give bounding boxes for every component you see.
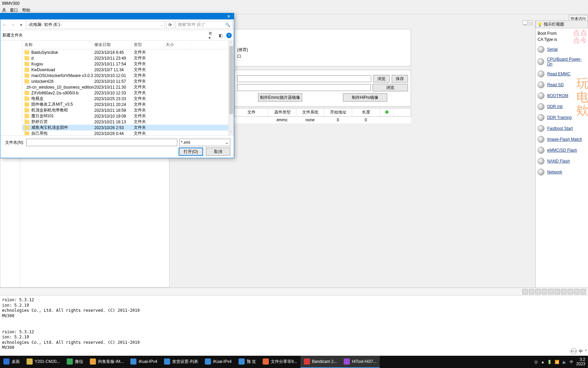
indicator-link[interactable]: Network <box>547 170 562 174</box>
file-row[interactable]: 固件修改工具MIT_v3.52023/10/11 20:24文件夹 <box>22 102 228 107</box>
toolbar-icon[interactable] <box>555 289 560 294</box>
indicator-link[interactable]: eMMC/SD Flash <box>547 148 577 153</box>
new-folder-button[interactable]: 新建文件夹 <box>2 32 23 38</box>
indicator-link[interactable]: BOOTROM <box>547 93 568 98</box>
system-tray[interactable]: ㉆ ▲ 🔋 📶 🔈 中 3:2 2023 <box>532 357 588 366</box>
file-row[interactable]: 自己用包2023/10/26 0:44文件夹 <box>22 131 228 135</box>
refresh-button[interactable]: ⟳ <box>166 21 174 29</box>
browse-button[interactable]: 浏览 <box>373 84 408 91</box>
indicator-link[interactable]: Read SD <box>547 82 564 87</box>
toolbar-icon[interactable] <box>581 289 586 294</box>
file-row[interactable]: KwDownload2023/10/7 11:34文件夹 <box>22 67 228 73</box>
taskbar-item[interactable]: 发货设置-列表 <box>161 356 201 368</box>
toolbar-icon[interactable] <box>568 289 573 294</box>
file-row[interactable]: unlocker4262023/10/10 11:57文件夹 <box>22 78 228 84</box>
file-row[interactable]: d2023/10/11 23:49文件夹 <box>22 55 228 61</box>
indicator-link[interactable]: NAND Flash <box>547 159 570 164</box>
menu-item[interactable]: 具 <box>2 8 6 13</box>
chevron-down-icon[interactable]: ⌄ <box>160 23 163 27</box>
tray-icon[interactable]: 📶 <box>555 360 559 364</box>
open-button[interactable]: 打开(O) <box>179 148 203 156</box>
recent-button[interactable]: ▾ <box>18 21 24 29</box>
taskbar-item[interactable]: 文件分享等9... <box>259 356 300 368</box>
indicator-link[interactable]: Fastboot Start <box>547 126 573 131</box>
scrollbar[interactable]: ˄ ˅ <box>228 41 234 135</box>
make-emmc-button[interactable]: 制作Emmc烧片器镜像 <box>258 93 302 102</box>
file-list[interactable]: BaiduSyncdisk2023/10/18 8:45文件夹d2023/10/… <box>22 49 228 135</box>
toolbar-icon[interactable] <box>522 289 528 294</box>
taskbar-item[interactable]: iKuai-IPv4 <box>201 356 235 368</box>
breadcrumb[interactable]: › 此电脑 › 软件 (E:) › ⌄ <box>26 21 165 29</box>
path-input[interactable] <box>237 84 371 91</box>
file-row[interactable]: 机顶盒刷机包带教程2023/10/21 18:59文件夹 <box>22 107 228 113</box>
file-row[interactable]: 舒婷百货2023/10/21 18:13文件夹 <box>22 119 228 125</box>
file-row[interactable]: Kugou2023/10/11 17:54文件夹 <box>22 61 228 67</box>
taskbar-item[interactable]: 闲鱼客服-IM... <box>86 356 127 368</box>
filename-input[interactable] <box>26 139 177 146</box>
maximize-icon[interactable]: □ <box>528 20 533 25</box>
tray-icon[interactable]: 🔋 <box>547 360 552 364</box>
sort-asc-icon[interactable]: ˄ <box>89 41 91 45</box>
col-date[interactable]: 修改日期 <box>92 41 132 49</box>
indicator-link[interactable]: Image-Flash Match <box>547 137 582 142</box>
help-icon[interactable]: ? <box>226 33 232 38</box>
plus-icon[interactable]: ✚ <box>385 109 389 115</box>
browse-button[interactable]: 浏览 <box>373 75 390 82</box>
col-add[interactable]: ✚ <box>380 108 394 116</box>
dialog-titlebar[interactable]: ✕ <box>0 13 234 19</box>
ime-lang[interactable]: 中 <box>579 349 583 354</box>
col-size[interactable]: 大小 <box>164 41 191 49</box>
search-input[interactable]: 搜索"软件 (E:)" 🔍 <box>176 21 233 29</box>
tray-icon[interactable]: 🔈 <box>562 360 567 364</box>
taskbar-item[interactable]: 预 览 <box>235 356 259 368</box>
file-row[interactable]: 电视盒2023/10/25 23:33文件夹 <box>22 96 228 102</box>
indicator-link[interactable]: DDR Training <box>547 115 572 120</box>
filetype-select[interactable]: *.xml⌄ <box>179 139 230 146</box>
make-hipro-button[interactable]: 制作HiPro镜像 <box>343 93 387 102</box>
breadcrumb-item[interactable]: 软件 (E:) <box>44 22 60 28</box>
search-icon[interactable]: 🔍 <box>225 22 230 27</box>
taskbar-item[interactable]: Bandicam 2... <box>300 356 340 368</box>
scroll-down-icon[interactable]: ˅ <box>229 130 234 135</box>
toolbar-icon[interactable] <box>548 289 554 294</box>
indicator-link[interactable]: DDR Init <box>547 104 562 109</box>
taskbar-item[interactable]: iKuai-IPv4 <box>127 356 161 368</box>
up-button[interactable]: ↑ <box>10 21 16 29</box>
path-input[interactable] <box>237 75 371 82</box>
indicator-link[interactable]: CPU/Board Power-On <box>547 57 586 66</box>
scroll-thumb[interactable] <box>229 46 233 114</box>
save-button[interactable]: 保存 <box>392 75 408 82</box>
view-list-icon[interactable]: ≣ ▾ <box>209 32 215 39</box>
preview-pane-icon[interactable]: ◧ <box>217 32 224 39</box>
minimize-icon[interactable]: _ <box>523 20 527 25</box>
file-row[interactable]: zh-cn_windows_10_business_editions_...20… <box>22 84 228 90</box>
file-row[interactable]: ZXVb860av2.1ts-s905l3-b2023/10/10 12:33文… <box>22 90 228 96</box>
col-type[interactable]: 类型 <box>132 41 164 49</box>
scroll-up-icon[interactable]: ˄ <box>229 41 234 46</box>
dialog-sidebar[interactable] <box>0 41 22 135</box>
file-row[interactable]: macOSUnlockerforVMware v3.0.32023/10/10 … <box>22 73 228 78</box>
toolbar-icon[interactable] <box>561 289 567 294</box>
file-columns[interactable]: 名称 ˄ 修改日期 类型 大小 <box>22 41 228 49</box>
menu-item[interactable]: 帮助 <box>22 8 30 13</box>
toolbar-icon[interactable] <box>529 289 534 294</box>
col-name[interactable]: 名称 <box>24 42 33 47</box>
toolbar-icon[interactable] <box>535 289 541 294</box>
tray-ime[interactable]: 中 <box>570 359 573 365</box>
taskbar-item[interactable]: Y201-CM20... <box>23 356 63 368</box>
file-row[interactable]: 魔百盒M1012023/10/10 19:08文件夹 <box>22 113 228 119</box>
tray-icon[interactable]: ▲ <box>541 360 544 364</box>
file-row[interactable]: 咸鱼淘宝机顶盒固件2023/10/26 2:53文件夹 <box>22 125 228 131</box>
back-button[interactable]: ← <box>1 21 8 29</box>
menu-item[interactable]: 窗口 <box>10 8 18 13</box>
close-button[interactable]: ✕ <box>224 13 234 19</box>
taskbar-item[interactable]: 桌面 <box>0 356 23 368</box>
taskbar-item[interactable]: 微信 <box>63 356 86 368</box>
toolbar-icon[interactable] <box>574 289 579 294</box>
indicator-link[interactable]: Read EMMC <box>547 72 571 76</box>
taskbar-item[interactable]: HiTool-Hi37... <box>340 356 380 368</box>
indicator-link[interactable]: Serial <box>547 47 558 52</box>
tray-icon[interactable]: ㉆ <box>534 359 538 365</box>
breadcrumb-item[interactable]: 此电脑 <box>29 22 42 28</box>
toolbar-icon[interactable] <box>542 289 547 294</box>
